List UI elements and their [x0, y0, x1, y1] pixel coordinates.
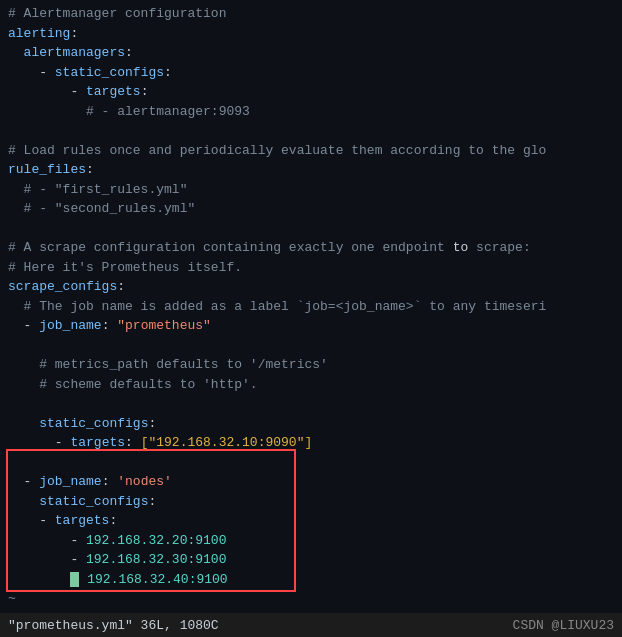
- line-22: static_configs:: [0, 414, 622, 434]
- line-6: # - alertmanager:9093: [0, 102, 622, 122]
- line-28: - 192.168.32.20:9100: [0, 531, 622, 551]
- line-18: [0, 336, 622, 356]
- line-11: # - "second_rules.yml": [0, 199, 622, 219]
- line-27: - targets:: [0, 511, 622, 531]
- line-17: - job_name: "prometheus": [0, 316, 622, 336]
- line-8: # Load rules once and periodically evalu…: [0, 141, 622, 161]
- line-3: alertmanagers:: [0, 43, 622, 63]
- status-bar: "prometheus.yml" 36L, 1080C CSDN @LIUXU2…: [0, 613, 622, 637]
- line-19: # metrics_path defaults to '/metrics': [0, 355, 622, 375]
- line-26: static_configs:: [0, 492, 622, 512]
- line-31: ~: [0, 589, 622, 609]
- status-credit: CSDN @LIUXU23: [513, 618, 614, 633]
- line-9: rule_files:: [0, 160, 622, 180]
- line-10: # - "first_rules.yml": [0, 180, 622, 200]
- line-24: [0, 453, 622, 473]
- line-1: # Alertmanager configuration: [0, 4, 622, 24]
- line-25: - job_name: 'nodes': [0, 472, 622, 492]
- line-23: - targets: ["192.168.32.10:9090"]: [0, 433, 622, 453]
- line-13: # A scrape configuration containing exac…: [0, 238, 622, 258]
- line-20: # scheme defaults to 'http'.: [0, 375, 622, 395]
- line-29: - 192.168.32.30:9100: [0, 550, 622, 570]
- line-15: scrape_configs:: [0, 277, 622, 297]
- line-2: alerting:: [0, 24, 622, 44]
- line-21: [0, 394, 622, 414]
- line-7: [0, 121, 622, 141]
- status-filename: "prometheus.yml" 36L, 1080C: [8, 618, 219, 633]
- line-16: # The job name is added as a label `job=…: [0, 297, 622, 317]
- line-5: - targets:: [0, 82, 622, 102]
- line-4: - static_configs:: [0, 63, 622, 83]
- code-editor: # Alertmanager configuration alerting: a…: [0, 0, 622, 637]
- line-14: # Here it's Prometheus itself.: [0, 258, 622, 278]
- line-30: 192.168.32.40:9100: [0, 570, 622, 590]
- line-12: [0, 219, 622, 239]
